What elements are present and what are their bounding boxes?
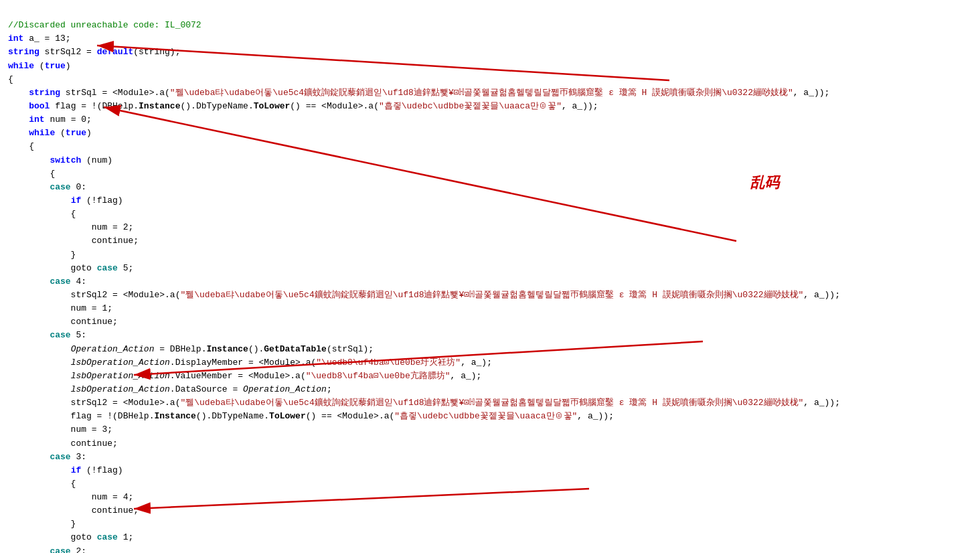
method-tolower2: ToLower bbox=[269, 411, 306, 421]
str3: "쩰\udeba탸\udabe어돟\ue5c4鑛蚊詢錠貺藜銷迴읻\uf1d8迪鋅… bbox=[180, 290, 803, 300]
kw-int2: int bbox=[29, 114, 44, 125]
kw-case5-goto: case bbox=[97, 263, 118, 273]
method-instance3: Instance bbox=[154, 411, 195, 421]
kw-if2: if bbox=[71, 465, 82, 475]
str1: "쩰\udeba탸\udabe어돟\ue5c4鑛蚊詢錠貺藜銷迴읻\uf1d8迪鋅… bbox=[170, 88, 793, 98]
var-lsb-display: lsbOperation_Action bbox=[71, 358, 170, 368]
kw-default: default bbox=[97, 47, 134, 57]
kw-while2: while bbox=[29, 128, 55, 138]
method-getdatatable: GetDataTable bbox=[264, 344, 327, 354]
method-instance2: Instance bbox=[206, 344, 248, 354]
kw-switch: switch bbox=[50, 155, 81, 165]
kw-case0: case bbox=[50, 182, 70, 192]
kw-while1: while bbox=[8, 61, 34, 71]
kw-case5: case bbox=[50, 330, 70, 340]
code-editor[interactable]: //Discarded unreachable code: IL_0072 in… bbox=[0, 0, 980, 553]
str5: "\uedb8\uf4ba⊡\ue0be亢路膘坊" bbox=[306, 371, 451, 381]
kw-case3: case bbox=[50, 452, 70, 462]
str4: "\uedb8\uf4ba⊡\ue0be圩灭衽坊" bbox=[316, 358, 461, 368]
str2: "흡즿\udebc\udbbe꽃젵꽃믈\uaaca만ꇥ꽇" bbox=[379, 101, 562, 111]
kw-string2: string bbox=[29, 88, 60, 98]
str7: "흡즿\udebc\udbbe꽃젵꽃믈\uaaca만ꇥ꽇" bbox=[394, 411, 577, 421]
var-lsb-datasource: lsbOperation_Action bbox=[71, 384, 170, 394]
kw-case2: case bbox=[50, 546, 70, 553]
var-lsb-value: lsbOperation_Action bbox=[71, 371, 170, 381]
var-op-action2: Operation_Action bbox=[243, 384, 327, 394]
kw-if1: if bbox=[71, 195, 82, 206]
var-op-action: Operation_Action bbox=[71, 344, 155, 354]
kw-case4: case bbox=[50, 276, 70, 287]
kw-string: string bbox=[8, 47, 39, 57]
comment-line: //Discarded unreachable code: IL_0072 bbox=[8, 20, 201, 30]
kw-case1-goto: case bbox=[97, 532, 118, 542]
method-instance: Instance bbox=[139, 101, 180, 111]
str6: "쩰\udeba탸\udabe어돟\ue5c4鑛蚊詢錠貺藜銷迴읻\uf1d8迪鋅… bbox=[180, 398, 803, 408]
kw-true2: true bbox=[66, 128, 86, 138]
method-tolower: ToLower bbox=[254, 101, 291, 111]
kw-true1: true bbox=[45, 61, 66, 71]
kw-bool: bool bbox=[29, 101, 50, 111]
kw-int: int bbox=[8, 33, 23, 44]
